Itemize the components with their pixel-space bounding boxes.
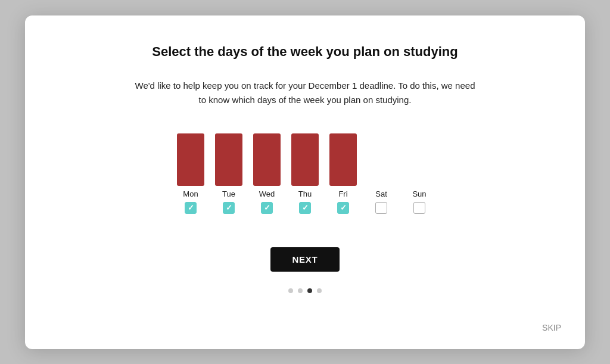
day-bar-sat (368, 133, 395, 186)
day-bar-fri (329, 133, 357, 186)
day-checkbox-thu[interactable] (299, 202, 311, 214)
pagination-dot-1[interactable] (298, 288, 303, 293)
day-col-sat: Sat (365, 133, 397, 214)
pagination-dots (288, 288, 322, 293)
day-label-mon: Mon (183, 189, 198, 198)
day-bar-wed (253, 133, 281, 186)
skip-button[interactable]: SKIP (542, 323, 561, 332)
day-label-thu: Thu (298, 189, 312, 198)
day-col-mon: Mon (175, 133, 207, 214)
next-button[interactable]: NEXT (270, 247, 339, 272)
day-col-fri: Fri (327, 133, 359, 214)
pagination-dot-2[interactable] (307, 288, 312, 293)
day-bar-thu (291, 133, 319, 186)
day-label-sun: Sun (412, 189, 426, 198)
day-label-fri: Fri (338, 189, 347, 198)
day-checkbox-fri[interactable] (337, 202, 349, 214)
day-bar-sun (406, 133, 433, 186)
day-checkbox-wed[interactable] (261, 202, 273, 214)
pagination-dot-3[interactable] (317, 288, 322, 293)
day-col-tue: Tue (213, 133, 245, 214)
day-checkbox-sun[interactable] (413, 202, 425, 214)
day-checkbox-tue[interactable] (223, 202, 235, 214)
pagination-dot-0[interactable] (288, 288, 293, 293)
day-bar-tue (215, 133, 242, 186)
day-label-wed: Wed (259, 189, 275, 198)
day-checkbox-sat[interactable] (375, 202, 387, 214)
day-col-sun: Sun (403, 133, 435, 214)
day-bar-mon (177, 133, 204, 186)
day-col-wed: Wed (251, 133, 283, 214)
day-checkbox-mon[interactable] (185, 202, 197, 214)
page-title: Select the days of the week you plan on … (152, 44, 458, 60)
subtitle-text: We'd like to help keep you on track for … (132, 79, 478, 107)
main-window: Select the days of the week you plan on … (25, 15, 585, 349)
days-selector: MonTueWedThuFriSatSun (175, 133, 435, 214)
day-label-sat: Sat (375, 189, 387, 198)
day-label-tue: Tue (222, 189, 235, 198)
day-col-thu: Thu (289, 133, 321, 214)
